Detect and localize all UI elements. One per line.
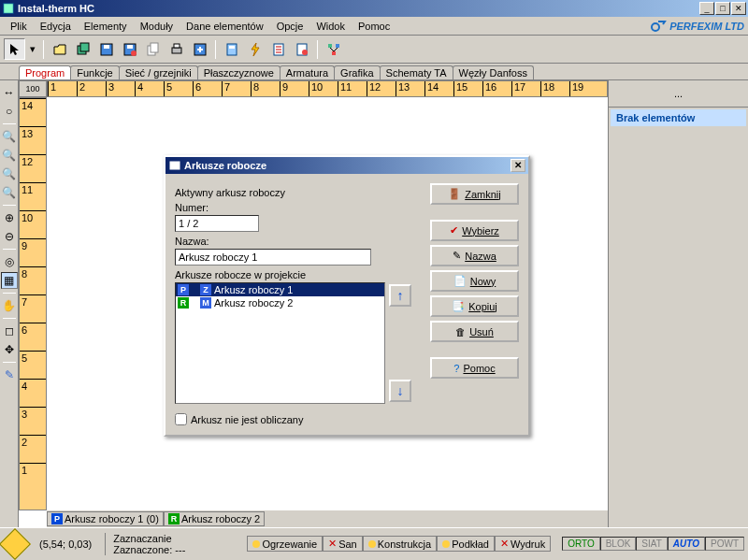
copy-button[interactable]: 📑Kopiuj [430, 295, 519, 317]
copy-icon[interactable] [142, 38, 164, 60]
sheet-icon[interactable] [267, 38, 289, 60]
tab-armatura[interactable]: Armatura [280, 65, 335, 79]
app-icon [2, 2, 15, 15]
layer-tab[interactable]: Ogrzewanie [247, 536, 323, 552]
menu-widok[interactable]: Widok [309, 19, 352, 34]
layer-tab[interactable]: ✕Wydruk [495, 536, 551, 552]
target-icon[interactable]: ◎ [1, 253, 18, 270]
svg-rect-11 [172, 48, 181, 53]
svg-rect-19 [328, 44, 332, 48]
side-header: ... [609, 80, 748, 108]
worksheet-tab-2[interactable]: R Arkusz roboczy 2 [164, 511, 265, 526]
number-input[interactable] [175, 215, 259, 232]
worksheet-list[interactable]: PZ Arkusz roboczy 1RM Arkusz roboczy 2 [175, 282, 385, 404]
door-icon: 🚪 [448, 188, 461, 200]
close-dialog-button[interactable]: 🚪Zamknij [430, 183, 519, 205]
save-as-icon[interactable] [119, 38, 140, 60]
wizard-icon[interactable] [291, 38, 312, 60]
calc-icon[interactable] [221, 38, 242, 60]
status-bar: (5,54; 0,03) Zaznaczanie Zaznaczone: ---… [0, 527, 748, 559]
mode-orto[interactable]: ORTO [562, 537, 600, 551]
brand-logo: PERFEXIM LTD [650, 20, 744, 33]
zoom-minus-icon[interactable]: ⊖ [1, 228, 18, 245]
layer-tab[interactable]: Podkład [437, 536, 495, 552]
tab-funkcje[interactable]: Funkcje [70, 65, 120, 79]
tab-wezly[interactable]: Węzły Danfoss [453, 65, 534, 79]
grid-icon[interactable]: ▦ [1, 272, 18, 289]
svg-rect-7 [127, 45, 133, 49]
copy-icon: 📑 [452, 300, 465, 312]
new-button[interactable]: 📄Nowy [430, 270, 519, 292]
pen-icon: ✎ [453, 250, 461, 262]
menu-opcje[interactable]: Opcje [270, 19, 310, 34]
worksheet-tab-1[interactable]: P Arkusz roboczy 1 (0) [47, 511, 164, 526]
dropdown-arrow[interactable]: ▾ [27, 38, 38, 60]
dialog-close-button[interactable]: ✕ [511, 159, 525, 172]
move-up-button[interactable]: ↑ [389, 284, 411, 307]
menu-elementy[interactable]: Elementy [78, 19, 134, 34]
zoom-out-icon[interactable]: 🔍 [1, 147, 18, 164]
status-coords: (5,54; 0,03) [34, 537, 97, 552]
select-rect-icon[interactable]: ◻ [1, 323, 18, 339]
help-button[interactable]: ?Pomoc [430, 357, 519, 379]
tab-grafika[interactable]: Grafika [334, 65, 380, 79]
tab-program[interactable]: Program [19, 65, 71, 79]
circle-icon[interactable]: ○ [1, 103, 18, 120]
print-icon[interactable] [165, 38, 187, 60]
svg-point-1 [652, 23, 659, 31]
menu-dane[interactable]: Dane elementów [180, 19, 270, 34]
open-icon[interactable] [49, 38, 70, 60]
move-down-button[interactable]: ↓ [389, 380, 411, 402]
status-action: Zaznaczanie Zaznaczone: --- [105, 533, 185, 555]
zoom-window-icon[interactable]: 🔍 [1, 184, 18, 201]
menu-moduly[interactable]: Moduły [134, 19, 180, 34]
flash-icon[interactable] [244, 38, 266, 60]
title-bar: Instal-therm HC _ □ ✕ [0, 0, 748, 17]
active-label: Aktywny arkusz roboczy [175, 187, 421, 198]
zoom-in-icon[interactable]: 🔍 [1, 128, 18, 145]
rename-button[interactable]: ✎Nazwa [430, 245, 519, 266]
side-message: Brak elementów [611, 109, 746, 126]
ruler-horizontal: 12345678910111213141516171819 [47, 80, 608, 97]
tab-plaszczyznowe[interactable]: Płaszczyznowe [197, 65, 280, 79]
list-item[interactable]: RM Arkusz roboczy 2 [176, 296, 384, 309]
mode-auto[interactable]: AUTO [668, 537, 705, 551]
delete-button[interactable]: 🗑Usuń [430, 321, 519, 342]
layer-tab[interactable]: ✕San [323, 536, 363, 552]
svg-rect-5 [104, 45, 109, 49]
save-icon[interactable] [95, 38, 117, 60]
mode-blok[interactable]: BLOK [600, 537, 637, 551]
help-icon: ? [453, 363, 459, 374]
mode-siat[interactable]: SIAT [636, 537, 667, 551]
pointer-tool[interactable] [4, 38, 25, 60]
save-all-icon[interactable] [72, 38, 94, 60]
hand-icon[interactable]: ✋ [1, 297, 18, 314]
tree-icon[interactable] [323, 38, 344, 60]
name-input[interactable] [175, 249, 371, 266]
move-icon[interactable]: ✥ [1, 341, 18, 358]
left-toolbar: ↔ ○ 🔍 🔍 🔍 🔍 ⊕ ⊖ ◎ ▦ ✋ ◻ ✥ ✎ [0, 80, 19, 527]
not-calculated-checkbox[interactable]: Arkusz nie jest obliczany [175, 413, 421, 425]
pencil-icon[interactable]: ✎ [1, 366, 18, 383]
export-icon[interactable] [189, 38, 210, 60]
maximize-button[interactable]: □ [715, 2, 730, 15]
worksheet-tabs: P Arkusz roboczy 1 (0) R Arkusz roboczy … [47, 510, 608, 527]
choose-button[interactable]: ✔Wybierz [430, 220, 519, 241]
mode-powt[interactable]: POWT [705, 537, 744, 551]
tab-siec[interactable]: Sieć / grzejniki [119, 65, 198, 79]
menu-pomoc[interactable]: Pomoc [352, 19, 396, 34]
close-button[interactable]: ✕ [731, 2, 746, 15]
tab-schematy[interactable]: Schematy TA [380, 65, 453, 79]
svg-point-8 [131, 50, 137, 56]
menu-plik[interactable]: Plik [4, 19, 34, 34]
list-item[interactable]: PZ Arkusz roboczy 1 [176, 283, 384, 296]
arrows-icon[interactable]: ↔ [1, 84, 18, 101]
dialog-titlebar[interactable]: Arkusze robocze ✕ [165, 157, 528, 174]
zoom-fit-icon[interactable]: 🔍 [1, 165, 18, 182]
zoom-plus-icon[interactable]: ⊕ [1, 209, 18, 226]
layer-tab[interactable]: Konstrukcja [363, 536, 437, 552]
menu-edycja[interactable]: Edycja [34, 19, 78, 34]
svg-rect-21 [332, 51, 336, 55]
status-diamond-icon [0, 528, 31, 560]
minimize-button[interactable]: _ [699, 2, 714, 15]
